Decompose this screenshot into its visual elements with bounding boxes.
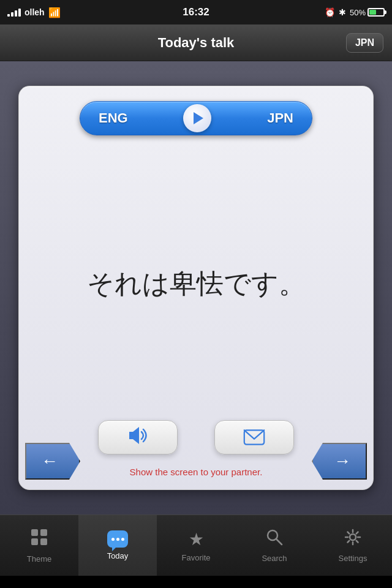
svg-rect-2 xyxy=(31,529,38,536)
battery-label: 50% xyxy=(350,8,366,17)
svg-line-7 xyxy=(276,539,282,545)
eng-label: ENG xyxy=(99,110,128,126)
signal-bars xyxy=(7,8,21,17)
card: ENG JPN それは卑怯です。 xyxy=(18,86,374,490)
tab-search-label: Search xyxy=(262,554,287,563)
tab-theme-label: Theme xyxy=(27,554,51,564)
bluetooth-icon: ✱ xyxy=(339,7,346,17)
next-button[interactable]: → xyxy=(312,443,367,480)
nav-title: Today's talk xyxy=(158,35,235,51)
left-arrow-icon: ← xyxy=(41,451,58,471)
tab-favorite-label: Favorite xyxy=(182,553,211,562)
lang-button[interactable]: JPN xyxy=(346,33,383,53)
status-time: 16:32 xyxy=(183,6,209,18)
battery-icon xyxy=(368,8,385,17)
carrier-label: olleh xyxy=(24,7,45,17)
right-arrow-icon: → xyxy=(334,451,351,471)
battery: 50% xyxy=(350,8,385,17)
nav-bar: Today's talk JPN xyxy=(0,24,392,61)
nav-arrows: ← → xyxy=(19,443,373,480)
svg-rect-5 xyxy=(40,538,47,545)
status-left: olleh 📶 xyxy=(7,7,61,18)
svg-point-8 xyxy=(350,534,356,540)
main-area: ENG JPN それは卑怯です。 xyxy=(0,61,392,514)
play-icon xyxy=(194,112,203,124)
wifi-icon: 📶 xyxy=(48,7,61,18)
prev-button[interactable]: ← xyxy=(25,443,80,480)
grid-icon xyxy=(30,528,48,551)
play-button[interactable] xyxy=(183,104,211,132)
tab-theme[interactable]: Theme xyxy=(0,515,78,576)
tab-settings[interactable]: Settings xyxy=(314,515,392,576)
svg-rect-3 xyxy=(40,529,47,536)
star-icon: ★ xyxy=(189,529,204,549)
japanese-text: それは卑怯です。 xyxy=(81,148,312,420)
lang-toggle-button[interactable]: ENG JPN xyxy=(80,101,312,135)
gear-icon xyxy=(344,529,361,550)
tab-today[interactable]: Today xyxy=(78,515,157,576)
alarm-icon: ⏰ xyxy=(325,7,335,17)
tab-today-label: Today xyxy=(107,551,129,560)
search-icon xyxy=(266,529,283,550)
tab-bar: Theme Today ★ Favorite Search Setting xyxy=(0,514,392,576)
tab-settings-label: Settings xyxy=(339,554,368,563)
status-right: ⏰ ✱ 50% xyxy=(325,7,385,17)
status-bar: olleh 📶 16:32 ⏰ ✱ 50% xyxy=(0,0,392,24)
tab-search[interactable]: Search xyxy=(235,515,314,576)
tab-favorite[interactable]: ★ Favorite xyxy=(157,515,235,576)
svg-marker-0 xyxy=(129,427,139,444)
svg-rect-4 xyxy=(31,538,38,545)
jpn-label: JPN xyxy=(267,110,293,126)
bubble-icon xyxy=(107,530,128,548)
